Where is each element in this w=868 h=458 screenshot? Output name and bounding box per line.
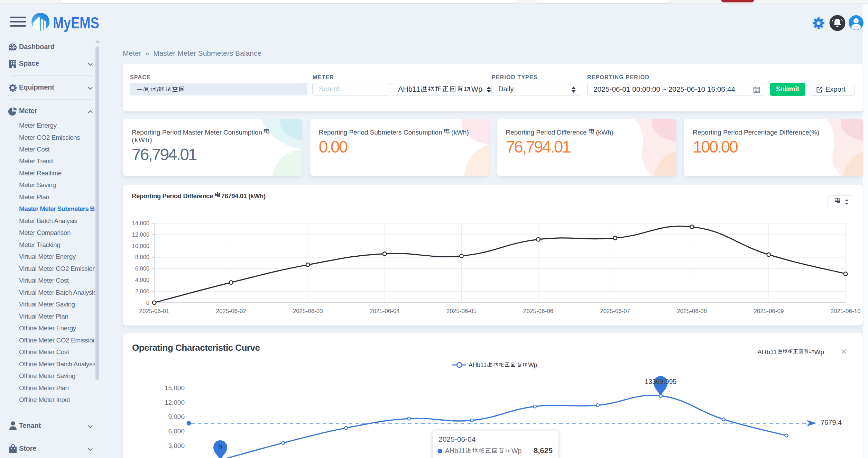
svg-text:AHb11: AHb11 — [445, 447, 465, 455]
svg-text:0: 0 — [219, 443, 222, 451]
svg-text:Wp: Wp — [471, 85, 482, 93]
svg-text:Wp: Wp — [511, 447, 521, 455]
svg-text:2025-06-03: 2025-06-03 — [293, 308, 323, 314]
svg-text:2,000: 2,000 — [135, 288, 149, 294]
svg-text:2025-06-04: 2025-06-04 — [438, 435, 476, 443]
svg-text:/: / — [157, 86, 159, 93]
svg-text:10,000: 10,000 — [132, 243, 149, 249]
svg-text:7679.4: 7679.4 — [821, 419, 842, 426]
svg-text:2025-06-09: 2025-06-09 — [754, 308, 784, 314]
svg-text:6,000: 6,000 — [135, 265, 149, 272]
svg-text:Wp: Wp — [528, 361, 537, 368]
svg-text:2025-06-01: 2025-06-01 — [139, 308, 169, 314]
svg-text:8,625: 8,625 — [534, 446, 553, 455]
svg-text:12,000: 12,000 — [165, 399, 185, 406]
svg-text:6,000: 6,000 — [168, 428, 185, 435]
svg-text:2025-06-02: 2025-06-02 — [216, 308, 246, 314]
svg-text:9,000: 9,000 — [168, 413, 185, 420]
svg-text:AHb11: AHb11 — [469, 361, 487, 368]
svg-text:2025-06-05: 2025-06-05 — [446, 308, 477, 314]
svg-text:12,000: 12,000 — [132, 231, 149, 238]
svg-text:13369.995: 13369.995 — [645, 378, 676, 385]
svg-text:2025-06-07: 2025-06-07 — [600, 308, 630, 314]
svg-text:0: 0 — [146, 300, 149, 306]
svg-text:8,000: 8,000 — [135, 254, 149, 260]
svg-text:2025-06-04: 2025-06-04 — [370, 308, 400, 314]
svg-text:2025-06-08: 2025-06-08 — [677, 308, 707, 314]
svg-text:3,000: 3,000 — [168, 442, 185, 449]
svg-text:4,000: 4,000 — [135, 277, 149, 283]
svg-text:AHb11: AHb11 — [398, 85, 420, 93]
svg-text:15,000: 15,000 — [165, 384, 185, 392]
svg-text:14,000: 14,000 — [132, 220, 149, 226]
svg-text:2025-06-06: 2025-06-06 — [523, 308, 553, 314]
svg-text:2025-06-10: 2025-06-10 — [831, 308, 861, 314]
